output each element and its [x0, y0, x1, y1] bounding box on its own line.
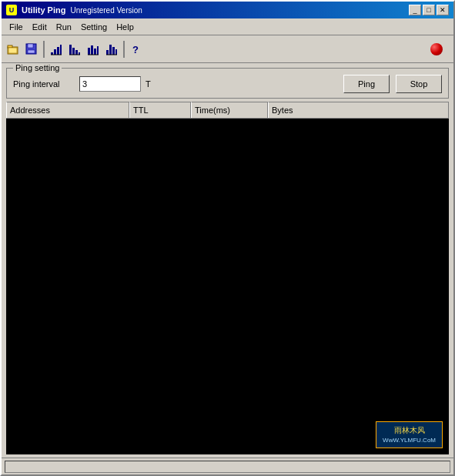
- help-button[interactable]: ?: [128, 41, 145, 58]
- title-icon: U: [6, 5, 17, 15]
- menu-bar: File Edit Run Setting Help: [2, 18, 453, 35]
- status-bar: [2, 458, 453, 474]
- status-panel: [5, 461, 450, 473]
- toolbar-separator-1: [43, 41, 45, 58]
- table-header: Addresses TTL Time(ms) Bytes: [6, 102, 449, 119]
- column-time: Time(ms): [191, 102, 268, 118]
- menu-setting[interactable]: Setting: [76, 21, 112, 33]
- svg-rect-16: [88, 48, 90, 55]
- watermark-line1: 雨林木风: [383, 425, 436, 436]
- toolbar-separator-2: [123, 41, 125, 58]
- svg-rect-13: [75, 50, 78, 55]
- close-button[interactable]: ✕: [437, 5, 449, 15]
- column-addresses: Addresses: [6, 102, 129, 118]
- status-light: [430, 43, 443, 55]
- svg-rect-11: [69, 45, 72, 55]
- ping-row: Ping interval T Ping Stop: [13, 75, 442, 93]
- ping-setting-group: Ping setting Ping interval T Ping Stop: [6, 68, 449, 99]
- open-button[interactable]: [5, 41, 22, 58]
- svg-rect-9: [60, 45, 62, 55]
- maximize-button[interactable]: □: [423, 5, 435, 15]
- svg-rect-22: [109, 45, 112, 55]
- title-bar-text: U Utility Ping Unregistered Version: [6, 5, 142, 15]
- svg-rect-2: [8, 48, 17, 53]
- menu-edit[interactable]: Edit: [28, 21, 52, 33]
- svg-rect-19: [97, 46, 99, 55]
- chart4-button[interactable]: [103, 41, 120, 58]
- svg-rect-4: [28, 44, 33, 48]
- title-controls: _ □ ✕: [409, 5, 449, 15]
- svg-rect-18: [94, 49, 96, 55]
- svg-rect-23: [112, 47, 115, 55]
- toolbar: ?: [2, 35, 453, 63]
- column-bytes: Bytes: [268, 102, 449, 118]
- ping-interval-label: Ping interval: [13, 79, 75, 89]
- window-subtitle: Unregistered Version: [70, 6, 142, 15]
- window-title: Utility Ping: [22, 5, 65, 15]
- ping-interval-unit: T: [146, 79, 151, 89]
- chart1-button[interactable]: [48, 41, 65, 58]
- main-window: U Utility Ping Unregistered Version _ □ …: [0, 0, 455, 476]
- ping-buttons: Ping Stop: [343, 75, 442, 93]
- svg-rect-5: [28, 50, 35, 53]
- ping-setting-legend: Ping setting: [13, 63, 62, 72]
- title-bar: U Utility Ping Unregistered Version _ □ …: [2, 2, 453, 18]
- column-ttl: TTL: [129, 102, 191, 118]
- stop-button[interactable]: Stop: [396, 75, 442, 93]
- svg-rect-7: [54, 49, 56, 55]
- minimize-button[interactable]: _: [409, 5, 421, 15]
- ping-button[interactable]: Ping: [343, 75, 390, 93]
- svg-text:?: ?: [132, 44, 139, 55]
- chart2-button[interactable]: [66, 41, 83, 58]
- ping-interval-input[interactable]: [79, 76, 141, 92]
- svg-rect-1: [8, 45, 12, 48]
- save-button[interactable]: [23, 41, 40, 58]
- menu-run[interactable]: Run: [52, 21, 76, 33]
- chart3-button[interactable]: [85, 41, 102, 58]
- svg-rect-21: [106, 50, 109, 55]
- menu-file[interactable]: File: [5, 21, 28, 33]
- svg-rect-24: [115, 49, 117, 55]
- data-area: 雨林木风 WwW.YLMFU.CoM: [6, 119, 449, 454]
- watermark-line2: WwW.YLMFU.CoM: [383, 436, 436, 444]
- svg-rect-12: [72, 48, 75, 55]
- watermark: 雨林木风 WwW.YLMFU.CoM: [376, 421, 443, 448]
- svg-rect-17: [91, 45, 93, 55]
- menu-help[interactable]: Help: [112, 21, 139, 33]
- svg-rect-8: [57, 47, 59, 55]
